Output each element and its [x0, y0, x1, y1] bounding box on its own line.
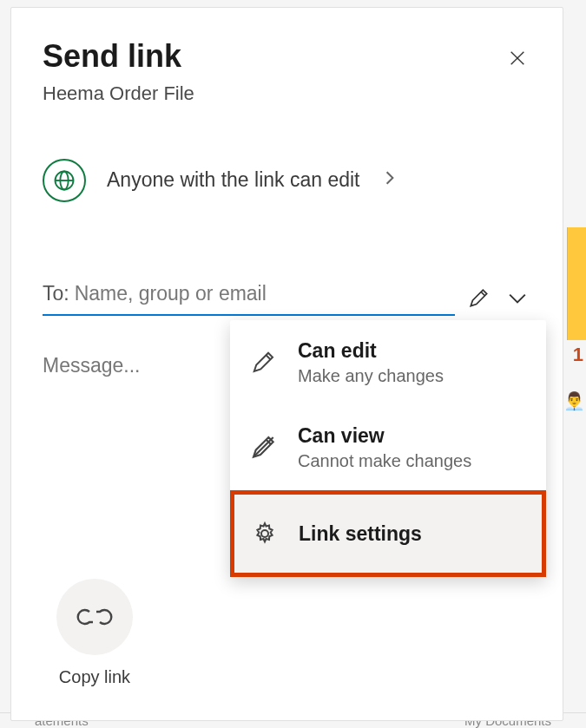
dialog-title: Send link	[43, 39, 194, 74]
background-badge: 1	[573, 344, 583, 366]
link-permission-row[interactable]: Anyone with the link can edit	[43, 159, 531, 202]
close-icon	[508, 49, 527, 68]
svg-line-8	[254, 437, 273, 456]
to-label: To:	[43, 282, 69, 305]
dropdown-item-can-view[interactable]: Can view Cannot make changes	[230, 405, 546, 490]
background-avatar: 👨‍💼	[563, 390, 581, 411]
pencil-icon	[251, 350, 277, 376]
copy-link-button[interactable]: Copy link	[56, 579, 133, 687]
globe-badge	[43, 159, 86, 202]
svg-line-6	[267, 355, 271, 359]
to-input[interactable]	[75, 282, 455, 305]
to-row: To:	[43, 282, 531, 316]
pencil-icon	[468, 287, 491, 310]
globe-icon	[52, 168, 76, 193]
svg-line-5	[481, 292, 484, 296]
svg-point-9	[261, 530, 268, 537]
message-input[interactable]	[43, 354, 216, 377]
edit-permission-button[interactable]	[464, 283, 495, 314]
copy-link-circle	[56, 579, 133, 655]
dropdown-item-can-edit[interactable]: Can edit Make any changes	[230, 320, 546, 405]
dialog-header: Send link Heema Order File	[43, 39, 531, 105]
permission-dropdown: Can edit Make any changes Can view Canno…	[230, 320, 546, 577]
permission-text: Anyone with the link can edit	[107, 168, 360, 192]
close-button[interactable]	[504, 44, 531, 72]
dropdown-item-title: Link settings	[299, 522, 422, 546]
link-icon	[76, 602, 114, 632]
dialog-subtitle: Heema Order File	[43, 82, 194, 105]
title-block: Send link Heema Order File	[43, 39, 194, 105]
to-input-wrapper[interactable]: To:	[43, 282, 455, 316]
gear-icon	[252, 521, 278, 547]
dropdown-item-link-settings[interactable]: Link settings	[230, 490, 546, 577]
dropdown-item-title: Can view	[298, 424, 471, 448]
dropdown-item-subtitle: Make any changes	[298, 366, 444, 386]
send-link-dialog: Send link Heema Order File Anyone with t…	[10, 7, 563, 721]
dropdown-item-title: Can edit	[298, 339, 444, 363]
pencil-slash-icon	[250, 434, 278, 462]
dropdown-item-subtitle: Cannot make changes	[298, 451, 471, 471]
chevron-down-icon	[508, 292, 527, 305]
copy-link-label: Copy link	[59, 667, 130, 687]
background-thumbnail: 1	[567, 227, 586, 340]
permission-dropdown-toggle[interactable]	[504, 285, 531, 312]
chevron-right-icon	[385, 170, 395, 190]
